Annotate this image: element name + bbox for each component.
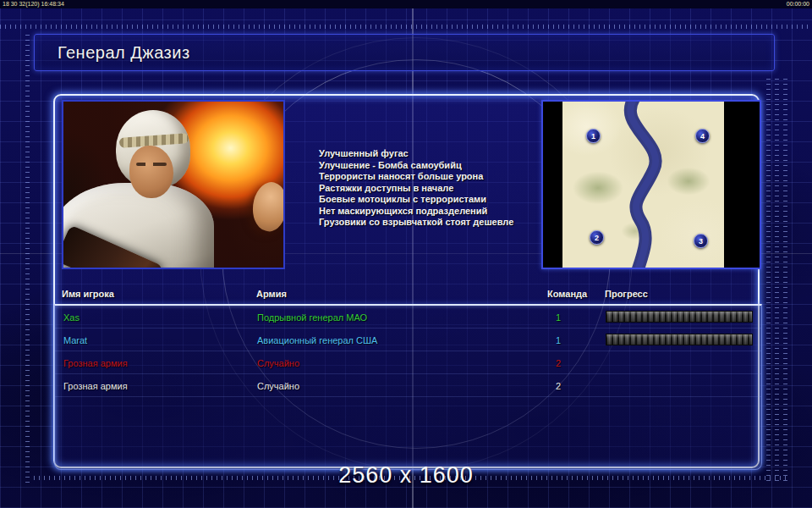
map-preview-box: 1 4 2 3 (541, 100, 761, 269)
general-portrait-image (62, 100, 285, 269)
map-thumbnail: 1 4 2 3 (562, 102, 724, 268)
column-header-army: Армия (256, 289, 287, 299)
page-title: Генерал Джазиз (58, 43, 190, 63)
player-row: Грозная армия Случайно 2 (55, 351, 761, 374)
player-name: Грозная армия (63, 381, 128, 391)
players-table-header: Имя игрока Армия Команда Прогресс (55, 289, 758, 302)
ruler-ticks-right-2 (775, 75, 779, 481)
player-army: Авиационный генерал США (257, 335, 377, 345)
general-eyes-art (136, 163, 167, 166)
general-bonus-list: Улучшенный фугас Улучшение - Бомба самоу… (319, 148, 547, 229)
loading-screen-title-bar: Генерал Джазиз (34, 34, 775, 71)
column-header-progress: Прогресс (605, 289, 648, 299)
load-progress-bar (606, 334, 753, 345)
bonus-line: Нет маскирующихся подразделений (319, 206, 547, 218)
bonus-line: Улучшение - Бомба самоубийц (319, 160, 547, 172)
resolution-label: 2560 x 1600 (0, 462, 812, 489)
player-row: Marat Авиационный генерал США 1 (55, 329, 761, 351)
player-army: Случайно (257, 358, 299, 368)
ruler-ticks-right-3 (783, 75, 787, 481)
debug-hud-bar: 18 30 32(120) 16:48:34 00:00:00 (0, 0, 812, 8)
ruler-ticks-right-1 (766, 75, 771, 481)
load-progress-bar (606, 311, 753, 323)
bonus-line: Растяжки доступны в начале (319, 183, 547, 195)
start-position-marker-4: 4 (695, 129, 710, 143)
game-clock-readout: 00:00:00 (787, 0, 809, 8)
player-name: Грозная армия (63, 358, 128, 368)
ruler-ticks-top (0, 25, 812, 29)
frame-timer-readout: 18 30 32(120) 16:48:34 (3, 0, 64, 8)
start-position-marker-3: 3 (694, 234, 708, 248)
players-table: Xas Подрывной генерал МАО 1 Marat Авиаци… (54, 304, 762, 470)
start-position-marker-1: 1 (586, 129, 601, 143)
player-name: Xas (63, 312, 80, 323)
player-team: 2 (556, 358, 561, 368)
player-team: 2 (556, 381, 561, 391)
player-team: 1 (556, 312, 561, 323)
player-army: Подрывной генерал МАО (257, 312, 367, 323)
player-row: Xas Подрывной генерал МАО 1 (55, 306, 761, 329)
player-army: Случайно (257, 381, 299, 391)
bonus-line: Террористы наносят больше урона (319, 171, 547, 183)
general-face-art (129, 146, 173, 198)
bonus-line: Боевые мотоциклы с террористами (319, 194, 547, 206)
bonus-line: Грузовики со взрывчаткой стоят дешевле (319, 217, 547, 229)
player-team: 1 (556, 335, 561, 345)
start-position-marker-2: 2 (590, 230, 604, 245)
player-row: Грозная армия Случайно 2 (55, 374, 761, 397)
player-name: Marat (63, 335, 87, 345)
loading-panel: Улучшенный фугас Улучшение - Бомба самоу… (53, 94, 760, 468)
column-header-player-name: Имя игрока (62, 289, 114, 299)
ruler-ticks-left (25, 34, 30, 483)
column-header-team: Команда (547, 289, 587, 299)
bonus-line: Улучшенный фугас (319, 148, 547, 160)
